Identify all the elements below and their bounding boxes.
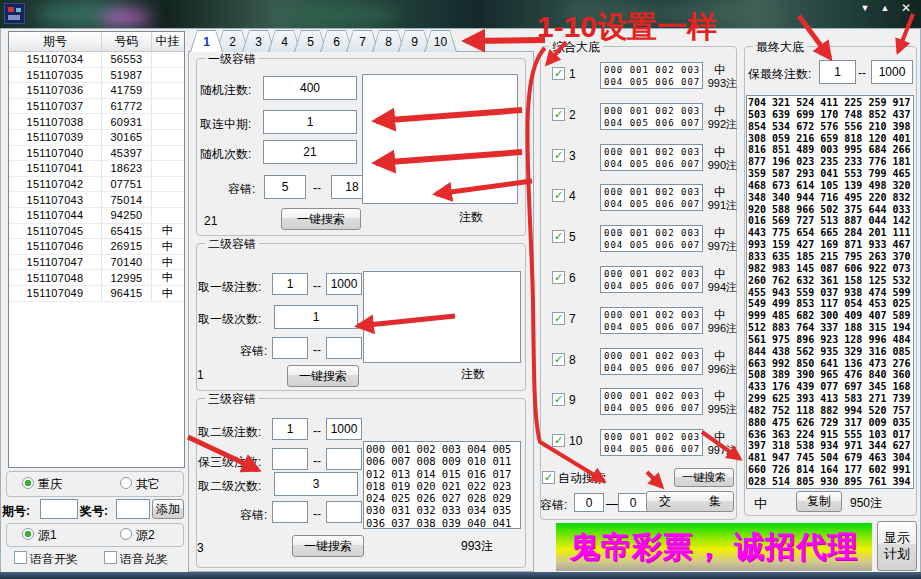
level3-keep-notes-from-input[interactable]	[272, 448, 308, 470]
copy-button[interactable]: 复制	[796, 491, 842, 512]
voice-redeem-checkbox[interactable]	[104, 551, 117, 564]
level2-result-list[interactable]	[363, 271, 521, 363]
table-row[interactable]: 15110704770140中	[9, 255, 184, 271]
radio-chongqing[interactable]	[22, 477, 34, 489]
composite-number-box[interactable]: 000 001 002 003 004 005 006 007	[600, 388, 703, 415]
table-row[interactable]: 15110704118623	[9, 161, 184, 177]
table-row[interactable]: 15110704812995中	[9, 270, 184, 286]
level3-tolerance-to-input[interactable]	[326, 501, 362, 523]
level3-take-notes-from-input[interactable]	[272, 418, 308, 440]
level3-take-times-input[interactable]	[274, 472, 358, 496]
composite-checkbox-10[interactable]: ✓	[552, 434, 565, 447]
auto-search-checkbox[interactable]: ✓	[542, 471, 555, 484]
composite-number-box[interactable]: 000 001 002 003 004 005 006 007	[600, 62, 703, 89]
level2-take-notes-to-input[interactable]	[326, 273, 362, 295]
level3-result-list[interactable]: 000 001 002 003 004 005 006 007 008 009 …	[363, 441, 521, 529]
period-cell: 151107039	[9, 130, 102, 145]
level3-search-button[interactable]: 一键搜索	[292, 535, 364, 557]
composite-checkbox-1[interactable]: ✓	[552, 67, 565, 80]
composite-checkbox-4[interactable]: ✓	[552, 189, 565, 202]
level3-tolerance-label: 容错:	[240, 507, 267, 524]
period-cell: 151107042	[9, 177, 102, 192]
level1-random-notes-label: 随机注数:	[200, 82, 251, 99]
composite-number-box[interactable]: 000 001 002 003 004 005 006 007	[600, 348, 703, 375]
close-icon[interactable]: ✕	[896, 1, 916, 15]
period-input[interactable]	[40, 499, 78, 519]
table-row[interactable]: 15110704375014	[9, 192, 184, 208]
prize-input[interactable]	[116, 499, 150, 519]
maximize-triangle-icon[interactable]: ▲	[876, 3, 894, 13]
composite-checkbox-2[interactable]: ✓	[552, 108, 565, 121]
level3-dash3: --	[313, 507, 321, 521]
level3-keep-notes-to-input[interactable]	[326, 448, 362, 470]
level1-list-caption: 注数	[459, 209, 483, 226]
level1-search-button[interactable]: 一键搜索	[281, 208, 361, 230]
radio-source1[interactable]	[22, 528, 34, 540]
final-keep-from-input[interactable]	[819, 60, 856, 84]
radio-source2[interactable]	[120, 528, 132, 540]
table-row[interactable]: 15110703761772	[9, 99, 184, 115]
intersect-button[interactable]: 交 集	[646, 491, 734, 512]
tab-1[interactable]: 1	[190, 30, 223, 52]
table-row[interactable]: 15110703930165	[9, 130, 184, 146]
composite-checkbox-6[interactable]: ✓	[552, 271, 565, 284]
table-row[interactable]: 15110704996415中	[9, 286, 184, 302]
table-row[interactable]: 15110703641759	[9, 83, 184, 99]
composite-title: 综合大底	[549, 39, 603, 56]
composite-checkbox-3[interactable]: ✓	[552, 149, 565, 162]
level1-tolerance-label: 容错:	[228, 181, 255, 198]
table-row[interactable]: 15110704494250	[9, 208, 184, 224]
radio-other[interactable]	[120, 477, 132, 489]
composite-checkbox-9[interactable]: ✓	[552, 393, 565, 406]
table-row[interactable]: 15110704565415中	[9, 224, 184, 240]
table-row[interactable]: 15110704045397	[9, 146, 184, 162]
level1-tolerance-from-input[interactable]	[264, 175, 306, 199]
final-result-list[interactable]: 704 321 524 411 225 259 917 503 639 699 …	[746, 95, 914, 489]
composite-number-box[interactable]: 000 001 002 003 004 005 006 007	[600, 103, 703, 130]
level1-streak-input[interactable]	[263, 110, 357, 134]
hit-cell: 中	[152, 270, 183, 285]
composite-tolerance-to-input[interactable]	[618, 493, 648, 512]
table-row[interactable]: 15110704207751	[9, 177, 184, 193]
number-cell: 61772	[102, 99, 152, 114]
level3-tolerance-from-input[interactable]	[272, 501, 308, 523]
composite-number-box[interactable]: 000 001 002 003 004 005 006 007	[600, 144, 703, 171]
table-row[interactable]: 15110703860931	[9, 114, 184, 130]
composite-search-button[interactable]: 一键搜索	[674, 468, 734, 487]
composite-index-label: 3	[569, 149, 576, 163]
period-cell: 151107047	[9, 255, 102, 270]
composite-number-box[interactable]: 000 001 002 003 004 005 006 007	[600, 429, 703, 456]
composite-checkbox-7[interactable]: ✓	[552, 312, 565, 325]
column-header-1[interactable]: 号码	[102, 32, 152, 51]
level2-search-button[interactable]: 一键搜索	[287, 365, 359, 387]
table-row[interactable]: 15110703551987	[9, 68, 184, 84]
composite-number-box[interactable]: 000 001 002 003 004 005 006 007	[600, 266, 703, 293]
add-button[interactable]: 添加	[152, 499, 184, 519]
level1-random-notes-input[interactable]	[263, 76, 357, 100]
number-cell: 60931	[102, 114, 152, 129]
level2-take-notes-from-input[interactable]	[272, 273, 308, 295]
show-plan-line2: 计划	[884, 546, 910, 562]
final-keep-to-input[interactable]	[871, 60, 913, 84]
level1-random-times-input[interactable]	[263, 140, 357, 164]
level3-take-notes-to-input[interactable]	[326, 418, 362, 440]
composite-number-box[interactable]: 000 001 002 003 004 005 006 007	[600, 307, 703, 334]
level2-tolerance-to-input[interactable]	[326, 337, 362, 359]
show-plan-button[interactable]: 显示 计划	[877, 521, 917, 571]
minimize-triangle-icon[interactable]: ▼	[856, 3, 874, 13]
composite-number-box[interactable]: 000 001 002 003 004 005 006 007	[600, 184, 703, 211]
level2-take-times-input[interactable]	[274, 305, 358, 329]
column-header-2[interactable]: 中挂	[152, 32, 183, 51]
column-header-0[interactable]: 期号	[9, 32, 102, 51]
period-cell: 151107036	[9, 83, 102, 98]
level2-tolerance-from-input[interactable]	[272, 337, 308, 359]
composite-number-box[interactable]: 000 001 002 003 004 005 006 007	[600, 225, 703, 252]
voice-draw-checkbox[interactable]	[14, 551, 27, 564]
composite-tolerance-from-input[interactable]	[574, 493, 604, 512]
composite-checkbox-8[interactable]: ✓	[552, 353, 565, 366]
table-row[interactable]: 15110704626915中	[9, 239, 184, 255]
level1-result-list[interactable]	[362, 74, 518, 204]
level1-title: 一级容错	[205, 51, 259, 68]
composite-checkbox-5[interactable]: ✓	[552, 230, 565, 243]
table-row[interactable]: 15110703456553	[9, 52, 184, 68]
